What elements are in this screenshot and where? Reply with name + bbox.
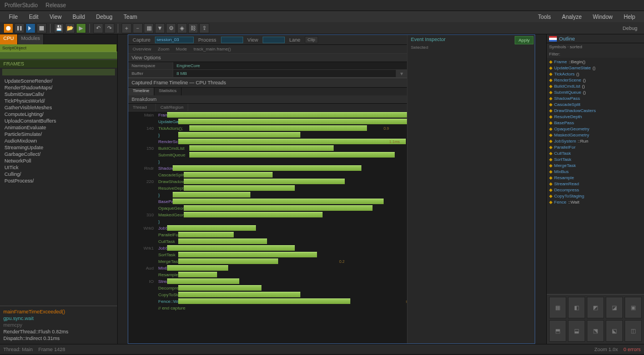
outline-item[interactable]: ◆Fence::Wait	[547, 199, 644, 205]
timeline-row[interactable]: }	[128, 218, 407, 225]
outline-item[interactable]: ◆Decompress	[547, 187, 644, 193]
menu-view[interactable]: View	[45, 13, 66, 21]
timing-bar[interactable]	[184, 212, 323, 217]
timeline-row[interactable]: Wrk1JobSystem::Run	[128, 245, 407, 251]
timeline-row[interactable]: 310MaskedGeometry	[128, 211, 407, 218]
timing-bar[interactable]	[189, 152, 395, 158]
toolbar-redo-icon[interactable]: ↷	[104, 23, 114, 33]
toolbar-pause-button[interactable]	[14, 23, 24, 33]
tree-item[interactable]: GatherVisibleMeshes	[0, 104, 117, 111]
toolbar-record-button[interactable]	[3, 23, 13, 33]
tree-item[interactable]: RenderShadowMaps/	[0, 84, 117, 91]
toolbar-open-icon[interactable]: 📂	[65, 23, 75, 33]
outline-item[interactable]: ◆RenderScene()	[547, 77, 644, 83]
timeline-row[interactable]: MainFrame::Begin3.42ms	[128, 111, 407, 118]
timeline-row[interactable]: Decompress { lz4 }	[128, 285, 407, 291]
toolbar-link-icon[interactable]: ⛓	[188, 23, 198, 33]
timeline-row[interactable]: Wrk0JobSystem::Run	[128, 225, 407, 231]
timing-bar[interactable]	[178, 132, 300, 138]
toolbar-step-button[interactable]	[26, 23, 36, 33]
timeline-row[interactable]: Fence::Waitstall	[128, 298, 407, 305]
tree-item[interactable]: SubmitDrawCalls/	[0, 91, 117, 98]
menu-help[interactable]: Help	[619, 13, 640, 21]
doc-clip-button[interactable]: Clip	[305, 36, 318, 43]
timing-bar[interactable]	[178, 298, 350, 304]
outline-item[interactable]: ◆BuildCmdList()	[547, 83, 644, 89]
tree-item[interactable]: PostProcess/	[0, 178, 117, 184]
outline-item[interactable]: ◆BasePass	[547, 120, 644, 126]
timing-bar[interactable]	[173, 192, 250, 197]
toolbar-undo-icon[interactable]: ↶	[93, 23, 103, 33]
menu-tools[interactable]: Tools	[534, 13, 555, 21]
prop-namespace-value[interactable]: EngineCore	[173, 62, 407, 69]
timeline-row[interactable]: MergeTask0.2	[128, 258, 407, 265]
palette-tool[interactable]: ⬒	[549, 320, 566, 342]
outline-item[interactable]: ◆ResolveDepth	[547, 114, 644, 120]
timing-bar[interactable]	[178, 292, 300, 297]
timing-bar[interactable]	[184, 179, 345, 184]
tree-item[interactable]: AnimationEvaluate	[0, 124, 117, 131]
timeline-row[interactable]: UpdateGameState {	[128, 118, 407, 125]
outline-item[interactable]: ◆UpdateGameState()	[547, 65, 644, 71]
timeline-row[interactable]: RndrShadowPass {	[128, 165, 407, 171]
timeline-row[interactable]: }	[128, 191, 407, 198]
tree-item[interactable]: UITick	[0, 164, 117, 171]
menu-debug[interactable]: Debug	[92, 13, 117, 21]
timing-bar[interactable]	[178, 258, 278, 264]
toolbar-stop-button[interactable]	[37, 23, 47, 33]
tree-item[interactable]: ComputeLighting/	[0, 111, 117, 118]
timing-bar[interactable]	[178, 272, 217, 277]
timing-bar[interactable]	[178, 119, 407, 124]
doc-field-capture[interactable]: session_03	[155, 37, 194, 43]
palette-tool[interactable]: ▣	[625, 297, 642, 318]
tree-item[interactable]: AudioMixdown	[0, 138, 117, 144]
menu-analyze[interactable]: Analyze	[557, 13, 586, 21]
timeline-row[interactable]: OpaqueGeometry	[128, 205, 407, 211]
timing-bar[interactable]	[173, 199, 384, 204]
toolbar-save-icon[interactable]: 💾	[54, 23, 64, 33]
outline-item[interactable]: ◆Frame::Begin()	[547, 59, 644, 65]
menu-edit[interactable]: Edit	[24, 13, 43, 21]
tab-statistics[interactable]: Statistics	[154, 88, 182, 95]
outline-item[interactable]: ◆TickActors()	[547, 71, 644, 77]
timing-bar[interactable]	[178, 239, 267, 244]
tree-item[interactable]: UploadConstantBuffers	[0, 118, 117, 124]
timing-bar[interactable]	[189, 125, 367, 131]
palette-tool[interactable]: ⬕	[606, 320, 623, 342]
palette-tool[interactable]: ⬔	[587, 320, 604, 342]
outline-item[interactable]: ◆CopyToStaging	[547, 193, 644, 199]
toolbar-export-icon[interactable]: ⇪	[199, 23, 209, 33]
toolbar-run-button[interactable]: ▶	[76, 23, 86, 33]
outline-item[interactable]: ◆OpaqueGeometry	[547, 126, 644, 132]
timeline-row[interactable]: 150BuildCmdList	[128, 145, 407, 151]
palette-tool[interactable]: ◩	[587, 297, 604, 318]
left-tab-modules[interactable]: Modules	[18, 34, 44, 44]
outline-item[interactable]: ◆MergeTask	[547, 163, 644, 169]
timeline-area[interactable]: MainFrame::Begin3.42msUpdateGameState {1…	[128, 111, 407, 343]
timeline-row[interactable]: SortTask	[128, 251, 407, 258]
tree-item[interactable]: TickPhysicsWorld/	[0, 98, 117, 104]
timeline-row[interactable]: 220DrawShadowCasters	[128, 178, 407, 185]
tab-timeline[interactable]: Timeline	[128, 88, 154, 95]
tree-item[interactable]: GarbageCollect/	[0, 151, 117, 158]
timeline-row[interactable]: }	[128, 158, 407, 165]
outline-item[interactable]: ◆ParallelFor	[547, 144, 644, 150]
outline-item[interactable]: ◆Resample	[547, 175, 644, 181]
timing-bar[interactable]	[178, 285, 261, 291]
timeline-row[interactable]: CopyToStaging	[128, 291, 407, 298]
timeline-row[interactable]: }	[128, 131, 407, 138]
timeline-row[interactable]: SubmitQueue	[128, 151, 407, 158]
outline-item[interactable]: ◆CullTask	[547, 150, 644, 156]
tree-item[interactable]: Culling/	[0, 171, 117, 178]
prop-buffer-dropdown[interactable]: ▾	[396, 70, 407, 77]
toolbar-marker-icon[interactable]: ◈	[177, 23, 187, 33]
timing-bar[interactable]	[173, 165, 361, 171]
outline-item[interactable]: ◆CascadeSplit	[547, 102, 644, 108]
palette-tool[interactable]: ◫	[625, 320, 642, 342]
palette-tool[interactable]: ⬓	[568, 320, 585, 342]
palette-tool[interactable]: ▦	[549, 297, 566, 318]
timing-bar[interactable]	[167, 245, 295, 251]
outline-item[interactable]: ◆JobSystem::Run	[547, 138, 644, 144]
doc-label-zoom[interactable]: Zoom	[155, 47, 171, 52]
outline-item[interactable]: ◆MaskedGeometry	[547, 132, 644, 138]
